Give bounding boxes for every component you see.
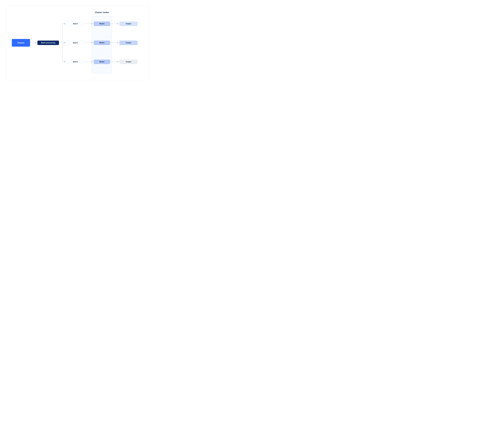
dataset-node: Dataset [12, 39, 30, 47]
output-node-2: Output [119, 41, 138, 45]
batch-processing-node: Batch processing [37, 41, 59, 45]
cluster-title: Cluster nodes [92, 11, 112, 14]
output-node-1: Output [119, 22, 138, 26]
batch-node-3: Batch [66, 60, 84, 64]
model-node-3: Model [94, 60, 110, 64]
model-node-2: Model [94, 41, 110, 45]
output-node-3: Output [119, 60, 138, 64]
batch-node-2: Batch [66, 41, 84, 45]
diagram-frame: Cluster nodes Dataset Batch processing B… [6, 6, 149, 80]
model-node-1: Model [94, 22, 110, 26]
batch-node-1: Batch [66, 22, 84, 26]
